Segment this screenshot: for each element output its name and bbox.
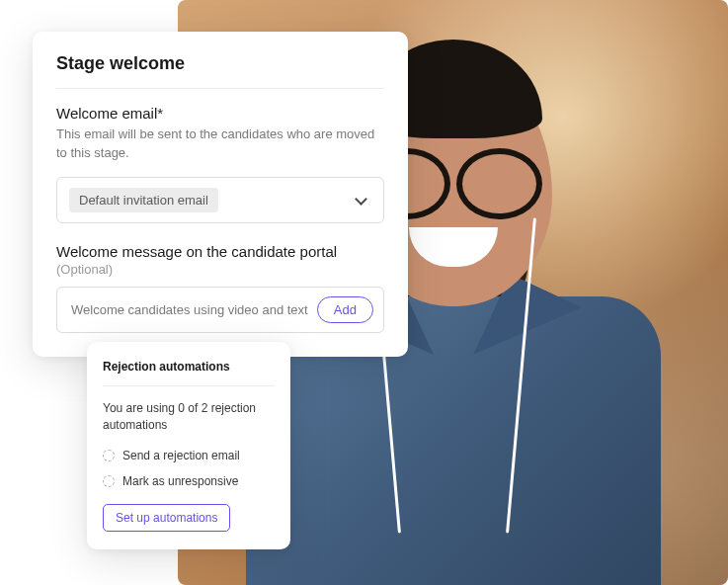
setup-automations-button[interactable]: Set up automations [103, 504, 230, 532]
rejection-usage-status: You are using 0 of 2 rejection automatio… [103, 400, 275, 435]
stage-welcome-card: Stage welcome Welcome email* This email … [33, 32, 408, 357]
welcome-message-input-row: Welcome candidates using video and text … [56, 287, 384, 333]
welcome-email-label: Welcome email* [56, 105, 384, 122]
radio-icon [103, 475, 115, 487]
welcome-email-help: This email will be sent to the candidate… [56, 125, 384, 163]
radio-icon [103, 450, 115, 461]
welcome-message-input[interactable]: Welcome candidates using video and text [71, 302, 308, 317]
optional-tag: (Optional) [56, 262, 113, 277]
rejection-option-mark-unresponsive[interactable]: Mark as unresponsive [103, 474, 275, 488]
email-template-select[interactable]: Default invitation email [56, 177, 384, 223]
rejection-option-send-email[interactable]: Send a rejection email [103, 449, 275, 462]
stage-welcome-title: Stage welcome [56, 53, 384, 89]
rejection-option-label: Send a rejection email [122, 449, 240, 462]
welcome-message-label: Welcome message on the candidate portal … [56, 243, 384, 277]
rejection-automations-card: Rejection automations You are using 0 of… [87, 342, 290, 549]
welcome-message-label-text: Welcome message on the candidate portal [56, 243, 337, 260]
rejection-option-label: Mark as unresponsive [122, 474, 238, 488]
email-template-selected: Default invitation email [69, 188, 218, 212]
chevron-down-icon [354, 193, 367, 207]
add-welcome-message-button[interactable]: Add [317, 296, 373, 323]
rejection-automations-title: Rejection automations [103, 360, 275, 386]
